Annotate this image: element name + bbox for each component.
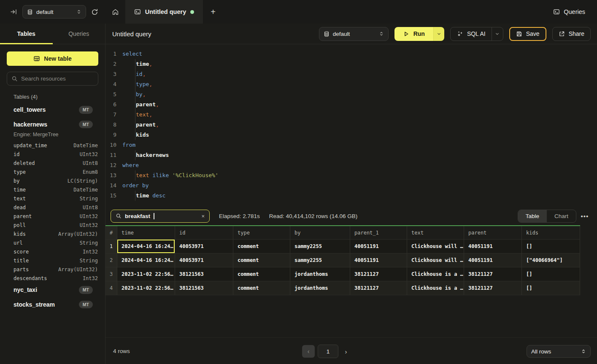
table-cell[interactable]: comment (233, 267, 290, 281)
table-cell[interactable]: comment (233, 253, 290, 267)
column-name: poll (14, 222, 26, 228)
editor-line: 3id, (105, 69, 597, 79)
table-row: 32023-11-02 22:56…38121563commentjordant… (105, 267, 580, 281)
table-cell[interactable]: Clickhouse is a … (407, 267, 464, 281)
table-cell[interactable]: ["40066964"] (522, 253, 580, 267)
table-cell[interactable]: 40051191 (350, 253, 407, 267)
line-code: kids (122, 130, 149, 140)
column-header-type: type (233, 226, 290, 240)
table-cell[interactable]: sammy2255 (290, 240, 350, 253)
code-token: parent (136, 121, 156, 128)
table-cell[interactable]: 38121127 (350, 281, 407, 295)
column-name: time (14, 187, 26, 193)
new-tab-button[interactable]: + (203, 0, 223, 24)
sidebar-tab-queries[interactable]: Queries (53, 24, 105, 44)
table-cell[interactable]: 2024-04-16 16:24… (117, 253, 175, 267)
row-index[interactable]: 2 (105, 253, 117, 267)
code-token: , (149, 111, 152, 118)
table-cell[interactable]: Clickhouse will … (407, 240, 464, 253)
tab-untitled-query[interactable]: Untitled query (125, 0, 203, 24)
row-index[interactable]: 4 (105, 281, 117, 295)
run-options-button[interactable] (433, 27, 444, 41)
next-page-button[interactable]: › (341, 345, 351, 358)
table-cell[interactable]: 38121127 (350, 267, 407, 281)
line-number: 13 (105, 170, 116, 181)
table-column-row: pollUInt32 (0, 221, 105, 229)
table-cell[interactable]: jordanthoms (290, 267, 350, 281)
table-cell[interactable]: [] (522, 267, 580, 281)
table-column-row: idUInt32 (0, 150, 105, 159)
table-cell[interactable]: 38121563 (175, 267, 233, 281)
elapsed-stat: Elapsed: 2.781s (219, 213, 260, 219)
table-cell[interactable]: 38121127 (464, 281, 522, 295)
query-database-select[interactable]: default (319, 27, 389, 41)
more-options-icon[interactable]: ••• (580, 213, 589, 220)
sidebar-table-nyc_taxi[interactable]: nyc_taxiMT (0, 283, 105, 297)
page-size-select[interactable]: All rows (527, 345, 591, 358)
table-cell[interactable]: comment (233, 281, 290, 295)
prev-page-button[interactable]: ‹ (302, 345, 315, 358)
sql-ai-options-button[interactable] (492, 27, 503, 40)
unsaved-status-dot (190, 10, 194, 14)
editor-line: 13text ilike '%ClickHouse%' (105, 170, 597, 181)
code-token: , (156, 121, 159, 128)
table-cell[interactable]: Clickhouse is a … (407, 281, 464, 295)
column-header-kids: kids (522, 226, 580, 240)
sidebar-tab-tables[interactable]: Tables (0, 24, 53, 44)
database-select[interactable]: default (22, 5, 86, 19)
table-cell[interactable]: 2023-11-02 22:56… (117, 281, 175, 295)
table-cell[interactable]: 40053971 (175, 240, 233, 253)
table-cell[interactable]: 40051191 (464, 253, 522, 267)
column-name: title (14, 258, 29, 264)
sql-editor[interactable]: 1select2time,3id,4type,5by,6parent,7text… (105, 44, 597, 207)
table-cell[interactable]: 40051191 (350, 240, 407, 253)
sql-ai-button[interactable]: SQL AI (451, 30, 492, 37)
external-link-icon (559, 31, 565, 37)
current-page-button[interactable]: 1 (318, 345, 338, 358)
line-code: time, (122, 59, 152, 69)
row-index[interactable]: 1 (105, 240, 117, 253)
share-button[interactable]: Share (552, 27, 591, 41)
table-cell[interactable]: 38121563 (175, 281, 233, 295)
table-cell[interactable]: jordanthoms (290, 281, 350, 295)
table-cell[interactable]: 2023-11-02 22:56… (117, 267, 175, 281)
play-icon (403, 31, 409, 37)
table-cell[interactable]: Clickhouse will … (407, 253, 464, 267)
query-database-value: default (333, 31, 350, 37)
table-cell[interactable]: 2024-04-16 16:24… (117, 240, 175, 253)
table-cell[interactable]: comment (233, 240, 290, 253)
collapse-sidebar-icon[interactable] (10, 8, 17, 15)
save-floppy-icon (516, 31, 522, 37)
table-cell[interactable]: 40053971 (175, 253, 233, 267)
editor-line: 6parent, (105, 100, 597, 110)
results-search-value: breakfast (125, 213, 150, 219)
editor-line: 7text, (105, 110, 597, 120)
table-cell[interactable]: [] (522, 240, 580, 253)
sidebar-table-hackernews[interactable]: hackernewsMT (0, 117, 105, 132)
code-token (169, 172, 172, 178)
chevron-updown-icon (379, 31, 384, 37)
resource-search-input[interactable]: Search resources (7, 72, 98, 86)
refresh-icon[interactable] (91, 8, 98, 16)
table-cell[interactable]: [] (522, 281, 580, 295)
clear-search-icon[interactable]: × (201, 213, 205, 219)
queries-button[interactable]: Queries (553, 8, 585, 15)
row-index[interactable]: 3 (105, 267, 117, 281)
sidebar-table-stocks_stream[interactable]: stocks_streamMT (0, 297, 105, 312)
new-table-button[interactable]: New table (7, 51, 98, 66)
view-toggle-chart[interactable]: Chart (547, 210, 576, 222)
sidebar-table-cell_towers[interactable]: cell_towersMT (0, 102, 105, 117)
results-search-input[interactable]: breakfast × (111, 210, 210, 223)
view-toggle-table[interactable]: Table (518, 210, 547, 222)
code-token: , (149, 81, 152, 87)
table-row: 42023-11-02 22:56…38121563commentjordant… (105, 281, 580, 295)
table-column-row: timeDateTime (0, 185, 105, 194)
save-button[interactable]: Save (509, 27, 546, 41)
table-cell[interactable]: 40051191 (464, 240, 522, 253)
tab-home[interactable] (105, 0, 125, 24)
table-cell[interactable]: 38121127 (464, 267, 522, 281)
table-column-row: deadUInt8 (0, 203, 105, 212)
table-cell[interactable]: sammy2255 (290, 253, 350, 267)
line-number: 10 (105, 140, 116, 150)
run-button[interactable]: Run (394, 27, 433, 41)
